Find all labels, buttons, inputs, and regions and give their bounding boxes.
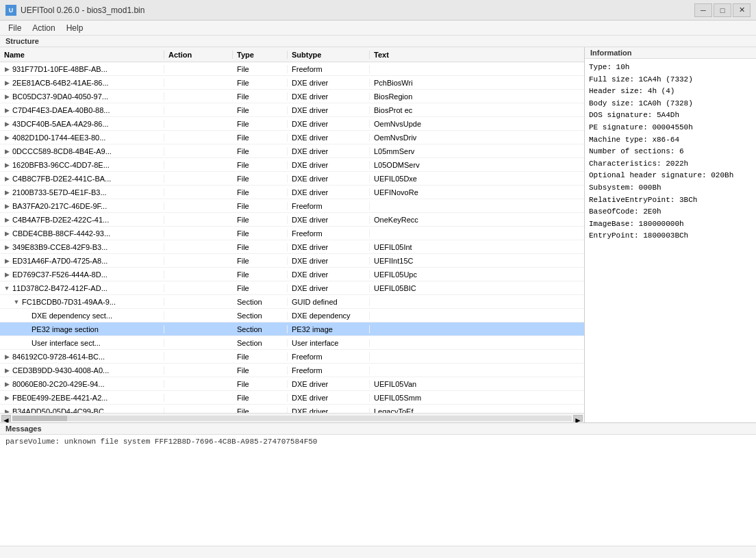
- close-button[interactable]: ✕: [733, 3, 751, 17]
- tree-row[interactable]: ▶2100B733-5E7D-4E1F-B3...FileDXE driverU…: [0, 186, 584, 199]
- tree-cell-type: File: [233, 106, 288, 114]
- tree-row[interactable]: ▶0DCCC589-8CD8-4B4E-A9...FileDXE driverL…: [0, 144, 584, 158]
- tree-row[interactable]: PE32 image sectionSectionPE32 image: [0, 322, 584, 336]
- scroll-left-btn[interactable]: ◄: [1, 415, 11, 422]
- tree-cell-subtype: DXE driver: [288, 161, 370, 169]
- tree-row[interactable]: ▶1620BFB3-96CC-4DD7-8E...FileDXE driverL…: [0, 158, 584, 172]
- menu-file[interactable]: File: [3, 22, 27, 34]
- tree-row[interactable]: DXE dependency sect...SectionDXE depende…: [0, 309, 584, 322]
- tree-row[interactable]: ▶931F77D1-10FE-48BF-AB...FileFreeform: [0, 62, 584, 76]
- structure-panel: Name Action Type Subtype Text ▶931F77D1-…: [0, 47, 585, 422]
- expand-icon[interactable]: ▶: [3, 93, 11, 100]
- tree-cell-text: UEFIL05Upc: [370, 270, 584, 279]
- messages-panel: Messages parseVolume: unknown file syste…: [0, 422, 756, 546]
- tree-row[interactable]: ▶4082D1D0-1744-4EE3-80...FileDXE driverO…: [0, 131, 584, 144]
- info-line: Header size: 4h (4): [589, 86, 752, 98]
- expand-icon[interactable]: ▶: [3, 271, 11, 278]
- tree-cell-subtype: DXE driver: [288, 394, 370, 402]
- info-line: Number of sections: 6: [589, 146, 752, 158]
- expand-icon[interactable]: ▶: [3, 394, 11, 401]
- expand-icon[interactable]: ▶: [3, 79, 11, 86]
- tree-cell-name: 43DCF40B-5AEA-4A29-86...: [12, 120, 109, 128]
- tree-cell-subtype: DXE driver: [288, 175, 370, 183]
- tree-cell-type: File: [233, 353, 288, 361]
- tree-row[interactable]: ▶43DCF40B-5AEA-4A29-86...FileDXE driverO…: [0, 117, 584, 131]
- expand-icon[interactable]: ▶: [3, 367, 11, 374]
- info-header: Information: [585, 47, 756, 59]
- info-line: Full size: 1CA4h (7332): [589, 74, 752, 86]
- tree-cell-subtype: Freeform: [288, 202, 370, 210]
- menu-help[interactable]: Help: [61, 22, 89, 34]
- expand-icon[interactable]: ▶: [3, 230, 11, 237]
- tree-cell-text: OemNvsDriv: [370, 134, 584, 142]
- tree-cell-type: File: [233, 161, 288, 169]
- collapse-icon[interactable]: ▼: [3, 285, 11, 292]
- tree-row[interactable]: User interface sect...SectionUser interf…: [0, 336, 584, 350]
- tree-row[interactable]: ▶ED31A46F-A7D0-4725-A8...FileDXE driverU…: [0, 254, 584, 268]
- expand-icon[interactable]: ▶: [3, 189, 11, 196]
- expand-icon[interactable]: ▶: [3, 175, 11, 182]
- expand-icon[interactable]: ▶: [3, 353, 11, 360]
- tree-cell-name: B34ADD50-05D4-4C99-BC...: [12, 407, 110, 414]
- expand-icon[interactable]: ▶: [3, 148, 11, 155]
- expand-icon[interactable]: ▶: [3, 216, 11, 223]
- tree-row[interactable]: ▼FC1BCDB0-7D31-49AA-9...SectionGUID defi…: [0, 295, 584, 309]
- tree-cell-type: File: [233, 284, 288, 292]
- info-line: ImageBase: 180000000h: [589, 218, 752, 231]
- tree-row[interactable]: ▶FBE0E499-2EBE-4421-A2...FileDXE driverU…: [0, 391, 584, 405]
- tree-cell-type: File: [233, 257, 288, 265]
- tree-row[interactable]: ▶80060E80-2C20-429E-94...FileDXE driverU…: [0, 377, 584, 391]
- h-scrollbar[interactable]: ◄ ►: [0, 413, 584, 422]
- tree-row[interactable]: ▶C7D4F4E3-DAEA-40B0-88...FileDXE driverB…: [0, 103, 584, 117]
- expand-icon[interactable]: ▶: [3, 381, 11, 388]
- tree-cell-name: C4B8C7FB-D2E2-441C-BA...: [12, 175, 111, 183]
- expand-icon[interactable]: ▶: [3, 121, 11, 127]
- menu-bar: File Action Help: [0, 21, 756, 36]
- tree-row[interactable]: ▶BA37FA20-217C-46DE-9F...FileFreeform: [0, 199, 584, 213]
- scroll-track[interactable]: [12, 416, 572, 421]
- expand-icon[interactable]: ▶: [3, 257, 11, 264]
- tree-row[interactable]: ▶BC05DC37-9DA0-4050-97...FileDXE driverB…: [0, 90, 584, 103]
- tree-row[interactable]: ▶CED3B9DD-9430-4008-A0...FileFreeform: [0, 364, 584, 377]
- info-line: BaseOfCode: 2E0h: [589, 206, 752, 218]
- tree-row[interactable]: ▼11D378C2-B472-412F-AD...FileDXE driverU…: [0, 281, 584, 295]
- tree-row[interactable]: ▶CBDE4CBB-88CF-4442-93...FileFreeform: [0, 227, 584, 240]
- collapse-icon[interactable]: ▼: [12, 299, 21, 305]
- expand-icon[interactable]: ▶: [3, 162, 11, 168]
- tree-cell-text: UEFIL05BIC: [370, 284, 584, 292]
- scroll-thumb[interactable]: [12, 416, 67, 421]
- tree-cell-text: OemNvsUpde: [370, 120, 584, 128]
- col-header-type: Type: [233, 51, 288, 59]
- tree-row[interactable]: ▶846192C0-9728-4614-BC...FileFreeform: [0, 350, 584, 364]
- tree-container[interactable]: Name Action Type Subtype Text ▶931F77D1-…: [0, 47, 584, 413]
- expand-icon[interactable]: ▶: [3, 203, 11, 210]
- tree-row[interactable]: ▶ED769C37-F526-444A-8D...FileDXE driverU…: [0, 268, 584, 281]
- expand-icon[interactable]: ▶: [3, 134, 11, 141]
- tree-row[interactable]: ▶B34ADD50-05D4-4C99-BC...FileDXE driverL…: [0, 405, 584, 413]
- tree-cell-type: File: [233, 202, 288, 210]
- tree-cell-subtype: PE32 image: [288, 325, 370, 333]
- tree-header: Name Action Type Subtype Text: [0, 47, 584, 62]
- tree-cell-type: File: [233, 120, 288, 128]
- minimize-button[interactable]: ─: [694, 3, 712, 17]
- expand-icon[interactable]: ▶: [3, 408, 11, 414]
- maximize-button[interactable]: □: [714, 3, 731, 17]
- scroll-right-btn[interactable]: ►: [573, 415, 583, 422]
- tree-cell-type: File: [233, 229, 288, 238]
- menu-action[interactable]: Action: [27, 22, 60, 34]
- tree-cell-subtype: DXE driver: [288, 120, 370, 128]
- tree-row[interactable]: ▶C4B4A7FB-D2E2-422C-41...FileDXE driverO…: [0, 213, 584, 227]
- tree-row[interactable]: ▶2EE81ACB-64B2-41AE-86...FileDXE driverP…: [0, 76, 584, 90]
- tree-row[interactable]: ▶349E83B9-CCE8-42F9-B3...FileDXE driverU…: [0, 240, 584, 254]
- tree-cell-name: CBDE4CBB-88CF-4442-93...: [12, 229, 110, 238]
- tree-row[interactable]: ▶C4B8C7FB-D2E2-441C-BA...FileDXE driverU…: [0, 172, 584, 186]
- tree-cell-name: 846192C0-9728-4614-BC...: [12, 353, 105, 361]
- info-line: Characteristics: 2022h: [589, 158, 752, 170]
- expand-icon[interactable]: ▶: [3, 107, 11, 114]
- bottom-bar: [0, 546, 756, 558]
- expand-icon[interactable]: ▶: [3, 66, 11, 73]
- tree-cell-subtype: DXE driver: [288, 79, 370, 87]
- tree-cell-type: File: [233, 216, 288, 224]
- tree-cell-text: UEFIL05Int: [370, 243, 584, 251]
- expand-icon[interactable]: ▶: [3, 244, 11, 251]
